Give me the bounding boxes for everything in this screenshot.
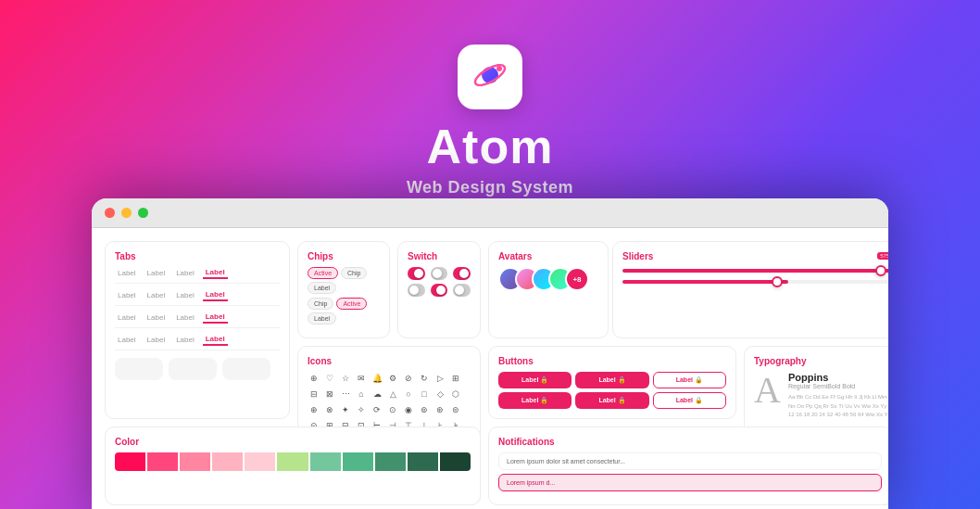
icon-item[interactable]: ⊞	[449, 372, 462, 385]
switch-row-2	[408, 284, 471, 297]
icon-item[interactable]: ⊕	[308, 372, 320, 385]
tab-item[interactable]: Label	[115, 335, 139, 345]
icon-item[interactable]: ☆	[339, 372, 352, 385]
browser-titlebar	[92, 198, 888, 228]
tab-item[interactable]: Label	[173, 290, 197, 300]
icon-item[interactable]: ☁	[371, 388, 383, 401]
icon-item[interactable]: ○	[402, 388, 415, 401]
tab-row-4: Label Label Label Label	[115, 334, 280, 350]
icon-item[interactable]: ⚙	[386, 372, 399, 385]
avatar-count: +8	[565, 267, 589, 291]
switch-title: Switch	[408, 251, 471, 261]
tab-item[interactable]: Label	[173, 268, 197, 278]
color-swatch	[245, 452, 275, 471]
tab-row-2: Label Label Label Label	[115, 289, 280, 306]
typo-info: Poppins Regular SemiBold Bold Aa Bb Cc D…	[788, 372, 888, 420]
icon-item[interactable]: ⊕	[308, 403, 320, 416]
icon-item[interactable]: ↻	[418, 372, 431, 385]
tab-item[interactable]: Label	[173, 312, 197, 323]
tab-item[interactable]: Label	[144, 312, 169, 323]
tab-item[interactable]: Label	[144, 268, 169, 278]
icon-item[interactable]: □	[418, 388, 431, 401]
icon-item[interactable]: ✧	[355, 403, 368, 416]
tabs-card: Tabs Label Label Label Label Label Label…	[105, 241, 290, 419]
icon-item[interactable]: ⊙	[386, 403, 399, 416]
tab-row-1: Label Label Label Label	[115, 267, 280, 284]
tab-item[interactable]: Label	[173, 335, 197, 345]
button-filled[interactable]: Label 🔒	[575, 372, 648, 388]
logo-container	[458, 45, 522, 109]
button-filled[interactable]: Label 🔒	[498, 372, 572, 388]
chip[interactable]: Active	[336, 298, 367, 310]
svg-point-0	[482, 67, 498, 83]
buttons-grid: Label 🔒 Label 🔒 Label 🔒 Label 🔒 Label 🔒 …	[498, 372, 726, 409]
slider-thumb-3[interactable]	[772, 276, 783, 287]
icon-item[interactable]: ⋯	[339, 388, 352, 401]
button-filled[interactable]: Label 🔒	[575, 392, 648, 409]
color-title: Color	[115, 437, 471, 447]
browser-content: Tabs Label Label Label Label Label Label…	[92, 228, 888, 509]
toggle-on[interactable]	[453, 267, 471, 280]
avatars-title: Avatars	[498, 251, 598, 261]
icon-item[interactable]: ⊠	[323, 388, 336, 401]
icon-item[interactable]: 🔔	[371, 372, 383, 385]
icon-item[interactable]: ◇	[433, 388, 446, 401]
chip[interactable]: Active	[308, 267, 338, 279]
icon-item[interactable]: ⟳	[371, 403, 383, 416]
icon-item[interactable]: ⊚	[418, 403, 431, 416]
chip[interactable]: Chip	[308, 298, 333, 310]
notification-item-error: Lorem ipsum d...	[498, 474, 882, 491]
notifications-card: Notifications Lorem ipsum dolor sit amet…	[488, 426, 888, 505]
toggle-on[interactable]	[431, 284, 448, 297]
tab-item-active[interactable]: Label	[203, 289, 228, 301]
sliders-title: Sliders	[622, 251, 888, 261]
buttons-card: Buttons Label 🔒 Label 🔒 Label 🔒 Label 🔒 …	[488, 346, 736, 419]
tab-item-active[interactable]: Label	[203, 267, 228, 279]
toggle-off[interactable]	[453, 284, 471, 297]
typo-content: A Poppins Regular SemiBold Bold Aa Bb Cc…	[754, 372, 888, 420]
button-filled[interactable]: Label 🔒	[498, 392, 572, 409]
switch-row-1	[408, 267, 471, 280]
tab-item-active[interactable]: Label	[203, 334, 228, 346]
chip[interactable]: Label	[308, 282, 336, 294]
color-swatch	[277, 452, 308, 471]
browser-window: Tabs Label Label Label Label Label Label…	[92, 198, 888, 509]
icon-item[interactable]: ◉	[402, 403, 415, 416]
tab-item[interactable]: Label	[115, 312, 139, 323]
avatars-card: Avatars +8	[488, 241, 609, 338]
typo-sizes: Aa Bb Cc Dd Ee Ff Gg Hh Ii Jj Kk Ll Mm N…	[788, 393, 888, 420]
toggle-off[interactable]	[431, 267, 448, 280]
slider-fill-2	[622, 280, 788, 284]
avatar-group: +8	[498, 267, 598, 291]
color-swatch	[375, 452, 406, 471]
toggle-off[interactable]	[408, 284, 425, 297]
icon-item[interactable]: ♡	[323, 372, 336, 385]
toggle-on[interactable]	[408, 267, 425, 280]
icon-item[interactable]: ⊘	[402, 372, 415, 385]
icon-item[interactable]: ⊛	[433, 403, 446, 416]
icon-item[interactable]: ⌂	[355, 388, 368, 401]
tab-item-active[interactable]: Label	[203, 312, 228, 324]
button-outline[interactable]: Label 🔒	[653, 392, 726, 409]
chip[interactable]: Label	[308, 312, 336, 324]
icon-item[interactable]: ⊜	[449, 403, 462, 416]
slider-thumb[interactable]: 575	[875, 265, 886, 276]
icon-item[interactable]: ✉	[355, 372, 368, 385]
tab-item[interactable]: Label	[115, 290, 139, 300]
icon-item[interactable]: ▷	[433, 372, 446, 385]
icon-item[interactable]: ⬡	[449, 388, 462, 401]
tab-item[interactable]: Label	[144, 290, 169, 300]
icon-item[interactable]: ⊗	[323, 403, 336, 416]
typo-letter: A	[754, 372, 781, 409]
sliders-card: Sliders 575	[612, 241, 888, 338]
maximize-dot	[138, 208, 148, 218]
button-outline[interactable]: Label 🔒	[653, 372, 726, 388]
tabs-title: Tabs	[115, 251, 280, 261]
tab-item[interactable]: Label	[144, 335, 169, 345]
minimize-dot	[121, 208, 132, 218]
icon-item[interactable]: △	[386, 388, 399, 401]
chip[interactable]: Chip	[341, 267, 367, 279]
icon-item[interactable]: ⊟	[308, 388, 320, 401]
icon-item[interactable]: ✦	[339, 403, 352, 416]
tab-item[interactable]: Label	[115, 268, 139, 278]
